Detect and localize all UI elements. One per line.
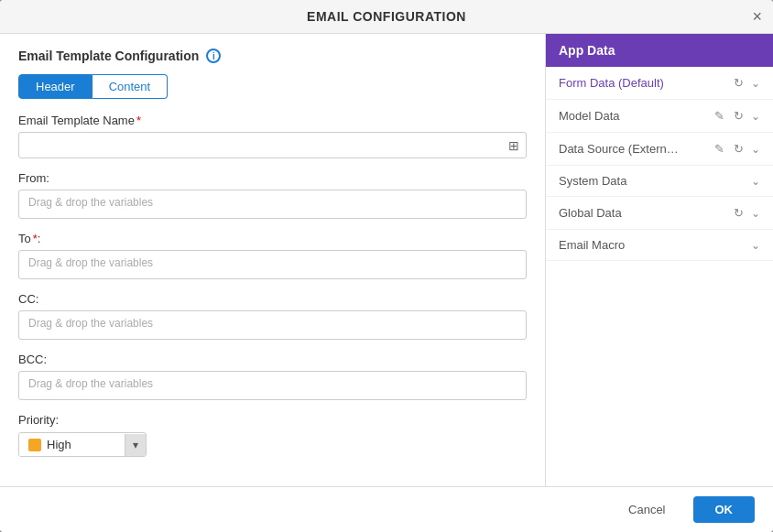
- system-data-chevron-icon: ⌄: [751, 175, 760, 188]
- global-data-icons: ↻ ⌄: [732, 205, 760, 221]
- cc-label: CC:: [18, 292, 527, 306]
- form-data-label: Form Data (Default): [559, 76, 732, 90]
- data-source-chevron-icon: ⌄: [751, 143, 760, 156]
- info-icon[interactable]: i: [206, 49, 221, 63]
- from-input[interactable]: Drag & drop the variables: [18, 190, 527, 219]
- model-data-chevron-icon: ⌄: [751, 110, 760, 123]
- email-macro-label: Email Macro: [559, 238, 751, 252]
- form-group-to: To*: Drag & drop the variables: [18, 232, 527, 279]
- priority-label: Priority:: [18, 413, 527, 427]
- cancel-button[interactable]: Cancel: [610, 496, 683, 523]
- template-name-input[interactable]: [18, 132, 527, 158]
- bcc-input[interactable]: Drag & drop the variables: [18, 371, 527, 400]
- priority-value: High: [19, 433, 125, 456]
- from-label: From:: [18, 171, 527, 185]
- system-data-label: System Data: [559, 174, 751, 188]
- model-data-label: Model Data: [559, 109, 713, 123]
- data-source-icons: ✎ ↻ ⌄: [713, 141, 760, 157]
- list-item[interactable]: Model Data ✎ ↻ ⌄: [546, 100, 773, 133]
- cc-placeholder: Drag & drop the variables: [28, 317, 153, 330]
- app-data-header: App Data: [546, 34, 773, 67]
- template-name-wrapper: ⊞: [18, 132, 527, 158]
- priority-high-icon: [28, 439, 41, 451]
- form-data-refresh-button[interactable]: ↻: [732, 75, 746, 91]
- form-group-bcc: BCC: Drag & drop the variables: [18, 353, 527, 400]
- bcc-placeholder: Drag & drop the variables: [28, 377, 153, 390]
- tab-header[interactable]: Header: [18, 74, 93, 99]
- section-title: Email Template Configuration i: [18, 49, 527, 63]
- close-button[interactable]: ×: [752, 8, 762, 25]
- system-data-icons: ⌄: [751, 175, 760, 188]
- app-data-items: Form Data (Default) ↻ ⌄ Model Data ✎ ↻ ⌄: [546, 67, 773, 486]
- list-item[interactable]: Global Data ↻ ⌄: [546, 197, 773, 230]
- modal-overlay: EMAIL CONFIGURATION × Email Template Con…: [0, 0, 773, 532]
- ok-button[interactable]: OK: [693, 496, 756, 523]
- model-data-edit-button[interactable]: ✎: [713, 108, 726, 124]
- required-asterisk: *: [136, 114, 141, 127]
- form-group-priority: Priority: High ▾: [18, 413, 527, 457]
- bcc-label: BCC:: [18, 353, 527, 366]
- global-data-refresh-button[interactable]: ↻: [732, 205, 746, 221]
- priority-select[interactable]: High ▾: [18, 432, 147, 457]
- expand-icon: ⊞: [508, 138, 519, 153]
- form-data-chevron-icon: ⌄: [751, 77, 760, 90]
- email-macro-icons: ⌄: [751, 239, 760, 252]
- to-input[interactable]: Drag & drop the variables: [18, 250, 527, 279]
- model-data-icons: ✎ ↻ ⌄: [713, 108, 760, 124]
- section-title-text: Email Template Configuration: [18, 49, 199, 63]
- to-label: To*:: [18, 232, 527, 245]
- email-macro-chevron-icon: ⌄: [751, 239, 760, 252]
- tab-content[interactable]: Content: [93, 74, 169, 99]
- tabs-container: Header Content: [18, 74, 527, 99]
- left-panel: Email Template Configuration i Header Co…: [0, 34, 546, 486]
- cc-input[interactable]: Drag & drop the variables: [18, 310, 527, 340]
- list-item[interactable]: System Data ⌄: [546, 166, 773, 197]
- data-source-label: Data Source (Extern…: [559, 142, 713, 156]
- list-item[interactable]: Email Macro ⌄: [546, 230, 773, 261]
- form-group-cc: CC: Drag & drop the variables: [18, 292, 527, 340]
- global-data-label: Global Data: [559, 206, 732, 220]
- priority-text: High: [47, 438, 71, 451]
- modal-body: Email Template Configuration i Header Co…: [0, 34, 773, 486]
- template-name-label: Email Template Name*: [18, 114, 527, 127]
- modal-title-bar: EMAIL CONFIGURATION ×: [0, 0, 773, 34]
- data-source-edit-button[interactable]: ✎: [713, 141, 726, 157]
- from-placeholder: Drag & drop the variables: [28, 196, 153, 209]
- modal-footer: Cancel OK: [0, 486, 773, 532]
- right-panel: App Data Form Data (Default) ↻ ⌄ Model D…: [546, 34, 773, 486]
- priority-dropdown-button[interactable]: ▾: [125, 434, 146, 456]
- list-item[interactable]: Form Data (Default) ↻ ⌄: [546, 67, 773, 100]
- form-group-template-name: Email Template Name* ⊞: [18, 114, 527, 158]
- priority-select-wrapper: High ▾: [18, 432, 527, 457]
- global-data-chevron-icon: ⌄: [751, 207, 760, 220]
- email-config-modal: EMAIL CONFIGURATION × Email Template Con…: [0, 0, 773, 532]
- model-data-refresh-button[interactable]: ↻: [732, 108, 746, 124]
- list-item[interactable]: Data Source (Extern… ✎ ↻ ⌄: [546, 133, 773, 166]
- to-placeholder: Drag & drop the variables: [28, 256, 153, 269]
- form-data-icons: ↻ ⌄: [732, 75, 760, 91]
- form-group-from: From: Drag & drop the variables: [18, 171, 527, 219]
- modal-title: EMAIL CONFIGURATION: [307, 9, 466, 24]
- data-source-refresh-button[interactable]: ↻: [732, 141, 746, 157]
